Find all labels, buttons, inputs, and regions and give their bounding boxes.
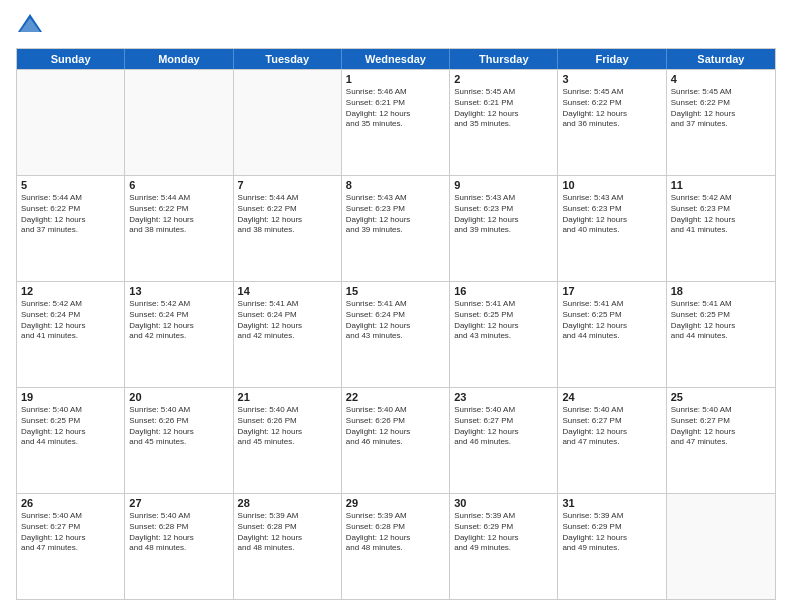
weekday-header-monday: Monday [125,49,233,69]
day-cell-31: 31Sunrise: 5:39 AM Sunset: 6:29 PM Dayli… [558,494,666,599]
day-cell-28: 28Sunrise: 5:39 AM Sunset: 6:28 PM Dayli… [234,494,342,599]
weekday-header-thursday: Thursday [450,49,558,69]
day-number: 6 [129,179,228,191]
day-number: 27 [129,497,228,509]
weekday-header-wednesday: Wednesday [342,49,450,69]
cell-daylight-info: Sunrise: 5:44 AM Sunset: 6:22 PM Dayligh… [129,193,228,236]
calendar-row-1: 5Sunrise: 5:44 AM Sunset: 6:22 PM Daylig… [17,175,775,281]
day-cell-6: 6Sunrise: 5:44 AM Sunset: 6:22 PM Daylig… [125,176,233,281]
cell-daylight-info: Sunrise: 5:42 AM Sunset: 6:24 PM Dayligh… [21,299,120,342]
day-number: 13 [129,285,228,297]
calendar-body: 1Sunrise: 5:46 AM Sunset: 6:21 PM Daylig… [17,69,775,599]
cell-daylight-info: Sunrise: 5:41 AM Sunset: 6:25 PM Dayligh… [454,299,553,342]
cell-daylight-info: Sunrise: 5:39 AM Sunset: 6:28 PM Dayligh… [346,511,445,554]
day-cell-14: 14Sunrise: 5:41 AM Sunset: 6:24 PM Dayli… [234,282,342,387]
cell-daylight-info: Sunrise: 5:40 AM Sunset: 6:28 PM Dayligh… [129,511,228,554]
day-cell-11: 11Sunrise: 5:42 AM Sunset: 6:23 PM Dayli… [667,176,775,281]
cell-daylight-info: Sunrise: 5:45 AM Sunset: 6:22 PM Dayligh… [671,87,771,130]
day-cell-20: 20Sunrise: 5:40 AM Sunset: 6:26 PM Dayli… [125,388,233,493]
empty-cell [667,494,775,599]
page: SundayMondayTuesdayWednesdayThursdayFrid… [0,0,792,612]
day-cell-10: 10Sunrise: 5:43 AM Sunset: 6:23 PM Dayli… [558,176,666,281]
cell-daylight-info: Sunrise: 5:44 AM Sunset: 6:22 PM Dayligh… [238,193,337,236]
cell-daylight-info: Sunrise: 5:40 AM Sunset: 6:26 PM Dayligh… [238,405,337,448]
cell-daylight-info: Sunrise: 5:43 AM Sunset: 6:23 PM Dayligh… [346,193,445,236]
day-cell-24: 24Sunrise: 5:40 AM Sunset: 6:27 PM Dayli… [558,388,666,493]
empty-cell [234,70,342,175]
day-number: 31 [562,497,661,509]
cell-daylight-info: Sunrise: 5:40 AM Sunset: 6:27 PM Dayligh… [21,511,120,554]
cell-daylight-info: Sunrise: 5:40 AM Sunset: 6:27 PM Dayligh… [454,405,553,448]
calendar-row-2: 12Sunrise: 5:42 AM Sunset: 6:24 PM Dayli… [17,281,775,387]
day-cell-3: 3Sunrise: 5:45 AM Sunset: 6:22 PM Daylig… [558,70,666,175]
day-number: 15 [346,285,445,297]
cell-daylight-info: Sunrise: 5:40 AM Sunset: 6:25 PM Dayligh… [21,405,120,448]
logo [16,12,48,40]
day-number: 18 [671,285,771,297]
cell-daylight-info: Sunrise: 5:42 AM Sunset: 6:23 PM Dayligh… [671,193,771,236]
day-number: 5 [21,179,120,191]
day-cell-2: 2Sunrise: 5:45 AM Sunset: 6:21 PM Daylig… [450,70,558,175]
day-number: 20 [129,391,228,403]
day-cell-4: 4Sunrise: 5:45 AM Sunset: 6:22 PM Daylig… [667,70,775,175]
day-cell-19: 19Sunrise: 5:40 AM Sunset: 6:25 PM Dayli… [17,388,125,493]
calendar-header: SundayMondayTuesdayWednesdayThursdayFrid… [17,49,775,69]
day-number: 11 [671,179,771,191]
day-cell-15: 15Sunrise: 5:41 AM Sunset: 6:24 PM Dayli… [342,282,450,387]
empty-cell [125,70,233,175]
day-cell-17: 17Sunrise: 5:41 AM Sunset: 6:25 PM Dayli… [558,282,666,387]
day-number: 17 [562,285,661,297]
day-cell-21: 21Sunrise: 5:40 AM Sunset: 6:26 PM Dayli… [234,388,342,493]
cell-daylight-info: Sunrise: 5:41 AM Sunset: 6:25 PM Dayligh… [562,299,661,342]
day-number: 28 [238,497,337,509]
day-number: 1 [346,73,445,85]
cell-daylight-info: Sunrise: 5:41 AM Sunset: 6:25 PM Dayligh… [671,299,771,342]
weekday-header-sunday: Sunday [17,49,125,69]
cell-daylight-info: Sunrise: 5:41 AM Sunset: 6:24 PM Dayligh… [238,299,337,342]
day-cell-27: 27Sunrise: 5:40 AM Sunset: 6:28 PM Dayli… [125,494,233,599]
day-cell-30: 30Sunrise: 5:39 AM Sunset: 6:29 PM Dayli… [450,494,558,599]
day-cell-25: 25Sunrise: 5:40 AM Sunset: 6:27 PM Dayli… [667,388,775,493]
calendar-row-4: 26Sunrise: 5:40 AM Sunset: 6:27 PM Dayli… [17,493,775,599]
day-number: 16 [454,285,553,297]
day-cell-13: 13Sunrise: 5:42 AM Sunset: 6:24 PM Dayli… [125,282,233,387]
day-cell-12: 12Sunrise: 5:42 AM Sunset: 6:24 PM Dayli… [17,282,125,387]
logo-icon [16,12,44,40]
day-number: 12 [21,285,120,297]
cell-daylight-info: Sunrise: 5:40 AM Sunset: 6:26 PM Dayligh… [129,405,228,448]
day-number: 9 [454,179,553,191]
day-number: 7 [238,179,337,191]
cell-daylight-info: Sunrise: 5:39 AM Sunset: 6:29 PM Dayligh… [454,511,553,554]
cell-daylight-info: Sunrise: 5:43 AM Sunset: 6:23 PM Dayligh… [454,193,553,236]
cell-daylight-info: Sunrise: 5:39 AM Sunset: 6:28 PM Dayligh… [238,511,337,554]
day-cell-26: 26Sunrise: 5:40 AM Sunset: 6:27 PM Dayli… [17,494,125,599]
day-cell-18: 18Sunrise: 5:41 AM Sunset: 6:25 PM Dayli… [667,282,775,387]
cell-daylight-info: Sunrise: 5:45 AM Sunset: 6:21 PM Dayligh… [454,87,553,130]
day-cell-5: 5Sunrise: 5:44 AM Sunset: 6:22 PM Daylig… [17,176,125,281]
header [16,12,776,40]
day-cell-16: 16Sunrise: 5:41 AM Sunset: 6:25 PM Dayli… [450,282,558,387]
day-number: 24 [562,391,661,403]
day-number: 26 [21,497,120,509]
weekday-header-saturday: Saturday [667,49,775,69]
day-cell-7: 7Sunrise: 5:44 AM Sunset: 6:22 PM Daylig… [234,176,342,281]
empty-cell [17,70,125,175]
day-number: 25 [671,391,771,403]
cell-daylight-info: Sunrise: 5:41 AM Sunset: 6:24 PM Dayligh… [346,299,445,342]
day-number: 4 [671,73,771,85]
day-number: 8 [346,179,445,191]
day-number: 10 [562,179,661,191]
weekday-header-tuesday: Tuesday [234,49,342,69]
cell-daylight-info: Sunrise: 5:46 AM Sunset: 6:21 PM Dayligh… [346,87,445,130]
day-number: 14 [238,285,337,297]
cell-daylight-info: Sunrise: 5:44 AM Sunset: 6:22 PM Dayligh… [21,193,120,236]
day-cell-23: 23Sunrise: 5:40 AM Sunset: 6:27 PM Dayli… [450,388,558,493]
cell-daylight-info: Sunrise: 5:40 AM Sunset: 6:26 PM Dayligh… [346,405,445,448]
day-number: 21 [238,391,337,403]
cell-daylight-info: Sunrise: 5:40 AM Sunset: 6:27 PM Dayligh… [671,405,771,448]
day-number: 29 [346,497,445,509]
weekday-header-friday: Friday [558,49,666,69]
day-cell-1: 1Sunrise: 5:46 AM Sunset: 6:21 PM Daylig… [342,70,450,175]
day-cell-9: 9Sunrise: 5:43 AM Sunset: 6:23 PM Daylig… [450,176,558,281]
calendar-row-0: 1Sunrise: 5:46 AM Sunset: 6:21 PM Daylig… [17,69,775,175]
